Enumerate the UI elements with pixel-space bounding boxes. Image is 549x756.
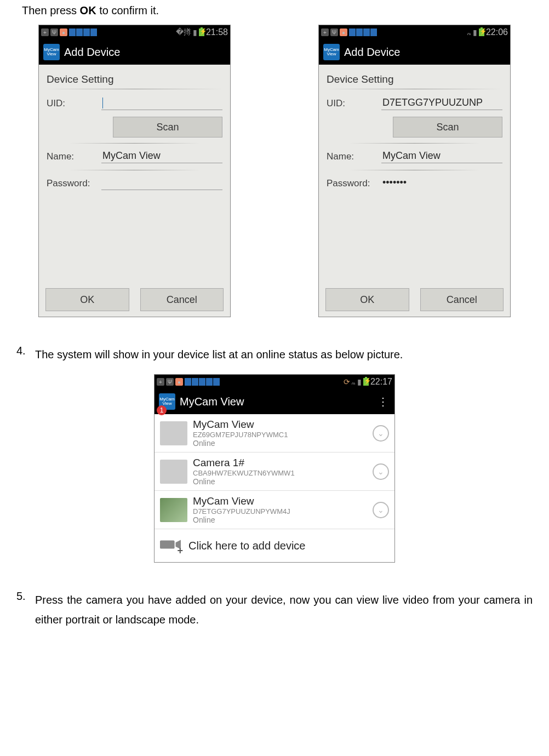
divider [68,143,201,144]
step-number: 4. [16,345,35,364]
divider [348,143,481,144]
ok-button[interactable]: OK [325,288,409,311]
signal-icon: ▮ [473,28,477,37]
add-device-row[interactable]: + Click here to add device [155,529,394,562]
step-number: 5. [16,590,35,629]
clock: 21:58 [206,27,228,37]
wifi-icon: �撙 [176,27,191,37]
wifi-icon: ⩋ [352,377,356,386]
chevron-down-icon[interactable]: ⌄ [373,502,389,518]
add-camera-icon: + [160,537,182,554]
plus-icon: + [41,28,49,36]
add-device-screenshot-empty: + Ψ ● �撙 ▮ ⚡ 21:58 MyCamView Add Device [38,25,231,317]
bg-apps-icons [69,28,97,36]
scan-button[interactable]: Scan [113,117,222,138]
password-label: Password: [327,178,381,189]
device-uid: EZ69GM7EPJU78NPYWMC1 [193,431,367,439]
divider [327,89,502,89]
section-heading: Device Setting [47,73,222,85]
device-status: Online [193,477,367,486]
uid-label: UID: [327,98,381,109]
notification-badge: 1 [157,405,167,415]
screen-title: Add Device [344,46,400,59]
name-label: Name: [327,151,381,162]
device-name: MyCam View [193,419,367,431]
bg-apps-icons [185,378,220,386]
app-titlebar: MyCamView MyCam View ⋮ 1 [155,389,394,414]
status-bar: + Ψ ● ⩋ ▮ ⚡ 22:06 [319,25,510,39]
scan-button[interactable]: Scan [393,117,502,138]
divider [47,89,222,89]
name-input[interactable]: MyCam View [381,150,502,163]
plus-icon: + [321,28,329,36]
bg-apps-icons [349,28,377,36]
device-row[interactable]: MyCam View EZ69GM7EPJU78NPYWMC1 Online ⌄ [155,414,394,453]
battery-icon: ⚡ [199,28,204,36]
signal-icon: ▮ [357,377,362,386]
password-input[interactable] [101,177,222,190]
intro-suffix: to confirm it. [96,4,159,16]
status-bar: + Ψ ● ⟳ ⩋ ▮ ⚡ 22:17 [155,375,394,389]
device-list-screenshot: + Ψ ● ⟳ ⩋ ▮ ⚡ 22:17 MyCamView MyCam Vi [154,374,395,563]
clock: 22:06 [486,27,508,37]
clock: 22:17 [370,377,392,387]
uid-input[interactable]: D7ETGG7YPUUZUNP [381,97,502,110]
device-uid: D7ETGG7YPUUZUNPYWM4J [193,507,367,516]
device-name: MyCam View [193,495,367,507]
wifi-icon: ⩋ [467,28,471,37]
chevron-down-icon[interactable]: ⌄ [373,463,389,480]
intro-text: Then press OK to confirm it. [22,4,533,17]
device-thumbnail [160,498,187,522]
add-device-label: Click here to add device [188,540,305,552]
add-device-screenshot-filled: + Ψ ● ⩋ ▮ ⚡ 22:06 MyCamView Add Device [318,25,511,317]
device-thumbnail [160,421,187,445]
app-notif-icon: ● [175,378,183,386]
mycam-app-icon: MyCamView [323,44,340,60]
mycam-app-icon: MyCamView [43,44,60,60]
password-label: Password: [47,178,101,189]
device-status: Online [193,439,367,448]
chevron-down-icon[interactable]: ⌄ [373,425,389,442]
name-input[interactable]: MyCam View [101,150,222,163]
device-row[interactable]: Camera 1# CBA9HW7EKWUZTN6YWMW1 Online ⌄ [155,453,394,491]
intro-prefix: Then press [22,4,80,16]
device-status: Online [193,516,367,524]
screen-title: MyCam View [180,396,244,408]
divider [348,170,481,170]
ok-button[interactable]: OK [45,288,129,311]
status-bar: + Ψ ● �撙 ▮ ⚡ 21:58 [39,25,230,39]
uid-input[interactable] [101,97,222,110]
usb-icon: Ψ [166,378,174,386]
app-notif-icon: ● [60,28,67,36]
app-titlebar: MyCamView Add Device [319,39,510,65]
device-thumbnail [160,460,187,484]
plus-icon: + [157,378,164,386]
battery-icon: ⚡ [363,378,369,386]
app-titlebar: MyCamView Add Device [39,39,230,65]
cancel-button[interactable]: Cancel [140,288,224,311]
battery-icon: ⚡ [479,28,484,36]
menu-icon[interactable]: ⋮ [376,395,390,408]
divider [68,170,201,170]
password-input[interactable]: ••••••• [381,177,502,190]
step-text: The system will show in your device list… [35,345,533,364]
step-4: 4. The system will show in your device l… [16,345,533,364]
device-name: Camera 1# [193,457,367,469]
usb-icon: Ψ [50,28,58,36]
sync-icon: ⟳ [344,377,350,386]
device-uid: CBA9HW7EKWUZTN6YWMW1 [193,469,367,477]
step-5: 5. Press the camera you have added on yo… [16,590,533,629]
uid-label: UID: [47,98,101,109]
screen-title: Add Device [64,46,120,59]
name-label: Name: [47,151,101,162]
cancel-button[interactable]: Cancel [420,288,504,311]
section-heading: Device Setting [327,73,502,85]
device-row[interactable]: MyCam View D7ETGG7YPUUZUNPYWM4J Online ⌄ [155,491,394,529]
intro-bold: OK [80,4,96,16]
app-notif-icon: ● [340,28,347,36]
usb-icon: Ψ [330,28,338,36]
step-text: Press the camera you have added on your … [35,590,533,629]
signal-icon: ▮ [193,28,197,37]
